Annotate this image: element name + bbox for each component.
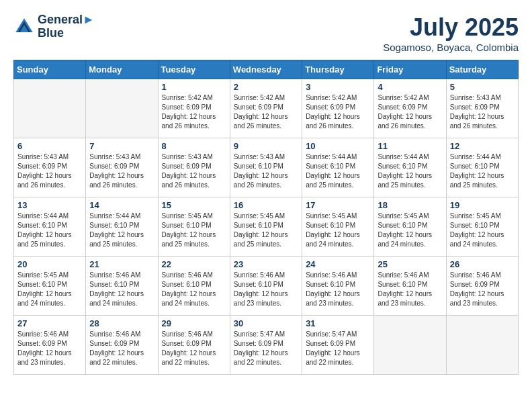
day-cell: 16Sunrise: 5:45 AM Sunset: 6:10 PM Dayli… xyxy=(230,197,302,257)
day-info: Sunrise: 5:46 AM Sunset: 6:09 PM Dayligh… xyxy=(162,330,226,367)
day-number: 22 xyxy=(162,259,226,269)
day-number: 24 xyxy=(306,259,370,269)
day-cell: 23Sunrise: 5:46 AM Sunset: 6:10 PM Dayli… xyxy=(230,257,302,316)
day-info: Sunrise: 5:44 AM Sunset: 6:10 PM Dayligh… xyxy=(450,152,515,190)
day-number: 9 xyxy=(234,141,298,151)
day-info: Sunrise: 5:47 AM Sunset: 6:09 PM Dayligh… xyxy=(234,330,298,367)
day-number: 19 xyxy=(450,200,515,210)
day-cell: 13Sunrise: 5:44 AM Sunset: 6:10 PM Dayli… xyxy=(14,197,86,257)
day-info: Sunrise: 5:43 AM Sunset: 6:09 PM Dayligh… xyxy=(89,152,154,190)
day-info: Sunrise: 5:46 AM Sunset: 6:10 PM Dayligh… xyxy=(89,271,154,308)
day-info: Sunrise: 5:44 AM Sunset: 6:10 PM Dayligh… xyxy=(378,152,442,190)
day-info: Sunrise: 5:45 AM Sunset: 6:10 PM Dayligh… xyxy=(234,212,298,249)
week-row-3: 13Sunrise: 5:44 AM Sunset: 6:10 PM Dayli… xyxy=(14,197,519,257)
day-cell: 30Sunrise: 5:47 AM Sunset: 6:09 PM Dayli… xyxy=(230,316,302,375)
day-cell: 14Sunrise: 5:44 AM Sunset: 6:10 PM Dayli… xyxy=(86,197,158,257)
day-cell: 10Sunrise: 5:44 AM Sunset: 6:10 PM Dayli… xyxy=(302,138,374,197)
day-number: 25 xyxy=(378,259,442,269)
day-info: Sunrise: 5:42 AM Sunset: 6:09 PM Dayligh… xyxy=(234,93,298,131)
day-info: Sunrise: 5:47 AM Sunset: 6:09 PM Dayligh… xyxy=(306,330,370,367)
day-cell xyxy=(14,79,86,138)
day-info: Sunrise: 5:46 AM Sunset: 6:10 PM Dayligh… xyxy=(234,271,298,308)
day-number: 11 xyxy=(378,141,442,151)
week-row-1: 1Sunrise: 5:42 AM Sunset: 6:09 PM Daylig… xyxy=(14,79,519,138)
day-cell: 9Sunrise: 5:43 AM Sunset: 6:10 PM Daylig… xyxy=(230,138,302,197)
day-cell: 21Sunrise: 5:46 AM Sunset: 6:10 PM Dayli… xyxy=(86,257,158,316)
day-number: 21 xyxy=(89,259,154,269)
logo-text: General► Blue xyxy=(38,13,95,40)
day-info: Sunrise: 5:44 AM Sunset: 6:10 PM Dayligh… xyxy=(17,212,82,249)
day-cell xyxy=(374,316,446,375)
day-info: Sunrise: 5:42 AM Sunset: 6:09 PM Dayligh… xyxy=(378,93,442,131)
day-info: Sunrise: 5:43 AM Sunset: 6:09 PM Dayligh… xyxy=(450,93,515,131)
day-number: 16 xyxy=(234,200,298,210)
day-number: 1 xyxy=(162,82,226,92)
col-header-tuesday: Tuesday xyxy=(158,60,230,79)
day-number: 26 xyxy=(450,259,515,269)
day-info: Sunrise: 5:45 AM Sunset: 6:10 PM Dayligh… xyxy=(17,271,82,308)
day-cell: 20Sunrise: 5:45 AM Sunset: 6:10 PM Dayli… xyxy=(14,257,86,316)
day-cell: 15Sunrise: 5:45 AM Sunset: 6:10 PM Dayli… xyxy=(158,197,230,257)
day-cell: 25Sunrise: 5:46 AM Sunset: 6:10 PM Dayli… xyxy=(374,257,446,316)
day-cell: 7Sunrise: 5:43 AM Sunset: 6:09 PM Daylig… xyxy=(86,138,158,197)
day-number: 20 xyxy=(17,259,82,269)
day-cell: 12Sunrise: 5:44 AM Sunset: 6:10 PM Dayli… xyxy=(446,138,518,197)
day-number: 13 xyxy=(17,200,82,210)
col-header-saturday: Saturday xyxy=(446,60,518,79)
day-info: Sunrise: 5:46 AM Sunset: 6:09 PM Dayligh… xyxy=(89,330,154,367)
day-number: 31 xyxy=(306,318,370,328)
day-info: Sunrise: 5:44 AM Sunset: 6:10 PM Dayligh… xyxy=(89,212,154,249)
day-number: 27 xyxy=(17,318,82,328)
day-cell: 29Sunrise: 5:46 AM Sunset: 6:09 PM Dayli… xyxy=(158,316,230,375)
day-info: Sunrise: 5:44 AM Sunset: 6:10 PM Dayligh… xyxy=(306,152,370,190)
day-cell: 11Sunrise: 5:44 AM Sunset: 6:10 PM Dayli… xyxy=(374,138,446,197)
day-info: Sunrise: 5:45 AM Sunset: 6:10 PM Dayligh… xyxy=(162,212,226,249)
col-header-sunday: Sunday xyxy=(14,60,86,79)
day-cell: 8Sunrise: 5:43 AM Sunset: 6:09 PM Daylig… xyxy=(158,138,230,197)
day-cell: 18Sunrise: 5:45 AM Sunset: 6:10 PM Dayli… xyxy=(374,197,446,257)
day-number: 2 xyxy=(234,82,298,92)
day-info: Sunrise: 5:46 AM Sunset: 6:10 PM Dayligh… xyxy=(378,271,442,308)
day-number: 5 xyxy=(450,82,515,92)
day-number: 17 xyxy=(306,200,370,210)
logo: General► Blue xyxy=(13,13,95,40)
day-cell: 26Sunrise: 5:46 AM Sunset: 6:09 PM Dayli… xyxy=(446,257,518,316)
month-title: July 2025 xyxy=(383,13,519,42)
day-info: Sunrise: 5:42 AM Sunset: 6:09 PM Dayligh… xyxy=(162,93,226,131)
day-info: Sunrise: 5:46 AM Sunset: 6:10 PM Dayligh… xyxy=(306,271,370,308)
title-block: July 2025 Sogamoso, Boyaca, Colombia xyxy=(383,13,519,53)
day-info: Sunrise: 5:45 AM Sunset: 6:10 PM Dayligh… xyxy=(450,212,515,249)
col-header-monday: Monday xyxy=(86,60,158,79)
day-cell: 4Sunrise: 5:42 AM Sunset: 6:09 PM Daylig… xyxy=(374,79,446,138)
day-number: 23 xyxy=(234,259,298,269)
day-cell: 3Sunrise: 5:42 AM Sunset: 6:09 PM Daylig… xyxy=(302,79,374,138)
day-info: Sunrise: 5:46 AM Sunset: 6:10 PM Dayligh… xyxy=(162,271,226,308)
calendar-table: SundayMondayTuesdayWednesdayThursdayFrid… xyxy=(13,60,519,375)
day-number: 12 xyxy=(450,141,515,151)
day-cell: 1Sunrise: 5:42 AM Sunset: 6:09 PM Daylig… xyxy=(158,79,230,138)
day-info: Sunrise: 5:42 AM Sunset: 6:09 PM Dayligh… xyxy=(306,93,370,131)
day-info: Sunrise: 5:46 AM Sunset: 6:09 PM Dayligh… xyxy=(17,330,82,367)
col-header-thursday: Thursday xyxy=(302,60,374,79)
day-cell: 5Sunrise: 5:43 AM Sunset: 6:09 PM Daylig… xyxy=(446,79,518,138)
day-number: 4 xyxy=(378,82,442,92)
week-row-5: 27Sunrise: 5:46 AM Sunset: 6:09 PM Dayli… xyxy=(14,316,519,375)
location: Sogamoso, Boyaca, Colombia xyxy=(383,42,519,53)
day-info: Sunrise: 5:45 AM Sunset: 6:10 PM Dayligh… xyxy=(306,212,370,249)
day-info: Sunrise: 5:43 AM Sunset: 6:10 PM Dayligh… xyxy=(234,152,298,190)
day-cell: 22Sunrise: 5:46 AM Sunset: 6:10 PM Dayli… xyxy=(158,257,230,316)
day-cell: 19Sunrise: 5:45 AM Sunset: 6:10 PM Dayli… xyxy=(446,197,518,257)
day-info: Sunrise: 5:46 AM Sunset: 6:09 PM Dayligh… xyxy=(450,271,515,308)
day-number: 10 xyxy=(306,141,370,151)
week-row-4: 20Sunrise: 5:45 AM Sunset: 6:10 PM Dayli… xyxy=(14,257,519,316)
col-header-wednesday: Wednesday xyxy=(230,60,302,79)
day-cell: 24Sunrise: 5:46 AM Sunset: 6:10 PM Dayli… xyxy=(302,257,374,316)
day-number: 14 xyxy=(89,200,154,210)
day-number: 8 xyxy=(162,141,226,151)
day-number: 15 xyxy=(162,200,226,210)
day-number: 28 xyxy=(89,318,154,328)
day-cell: 27Sunrise: 5:46 AM Sunset: 6:09 PM Dayli… xyxy=(14,316,86,375)
day-cell xyxy=(86,79,158,138)
day-number: 30 xyxy=(234,318,298,328)
week-row-2: 6Sunrise: 5:43 AM Sunset: 6:09 PM Daylig… xyxy=(14,138,519,197)
